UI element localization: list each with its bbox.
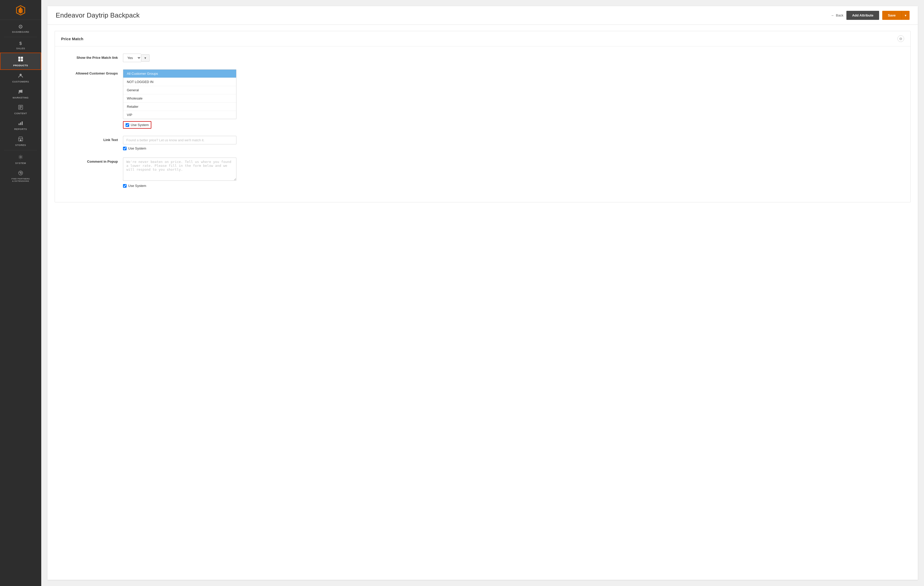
back-button[interactable]: ← Back [831, 13, 843, 17]
reports-icon [18, 121, 23, 126]
products-icon [18, 56, 23, 63]
back-label: Back [836, 13, 843, 17]
content-area: Price Match ⊖ Show the Price Match link … [48, 25, 918, 580]
dropdown-arrow-icon: ▼ [144, 56, 147, 59]
price-match-card: Price Match ⊖ Show the Price Match link … [54, 31, 911, 202]
show-price-match-label: Show the Price Match link [61, 54, 118, 59]
use-system-link-text-label[interactable]: Use System [128, 147, 146, 150]
customer-groups-listbox-scroll[interactable]: All Customer Groups NOT LOGGED IN Genera… [123, 69, 236, 119]
sidebar-item-dashboard-label: DASHBOARD [12, 30, 29, 33]
allowed-customer-groups-row: Allowed Customer Groups All Customer Gro… [61, 69, 904, 129]
page-title: Endeavor Daytrip Backpack [56, 12, 140, 19]
yes-no-select-group: Yes No ▼ [123, 54, 236, 62]
svg-rect-13 [19, 107, 22, 107]
use-system-comment-checkbox[interactable] [123, 184, 127, 188]
svg-rect-16 [20, 122, 21, 125]
svg-rect-15 [18, 124, 20, 125]
find-partners-icon [18, 170, 23, 177]
link-text-input[interactable] [123, 136, 236, 144]
sidebar-item-system-label: SYSTEM [15, 162, 26, 165]
dashboard-icon: ⊙ [18, 24, 23, 29]
show-price-match-select[interactable]: Yes No [123, 54, 141, 62]
svg-point-8 [20, 74, 21, 76]
page-wrapper: Endeavor Daytrip Backpack ← Back Add Att… [48, 6, 918, 580]
collapse-icon: ⊖ [899, 36, 903, 41]
use-system-customer-groups-checkbox[interactable] [125, 123, 129, 127]
svg-rect-10 [18, 92, 19, 94]
magento-logo-icon [15, 5, 26, 16]
add-attribute-button[interactable]: Add Attribute [846, 11, 879, 20]
svg-rect-6 [18, 59, 20, 61]
svg-rect-4 [18, 57, 20, 59]
sidebar-item-customers-label: CUSTOMERS [12, 80, 29, 83]
page-header: Endeavor Daytrip Backpack ← Back Add Att… [48, 6, 918, 25]
save-button[interactable]: Save [882, 11, 901, 20]
svg-rect-7 [21, 59, 23, 61]
use-system-comment-label[interactable]: Use System [128, 184, 146, 188]
comment-in-popup-label: Comment in Popup [61, 157, 118, 163]
link-text-row: Link Text Use System [61, 136, 904, 150]
link-text-label: Link Text [61, 136, 118, 142]
system-icon [18, 154, 23, 160]
sidebar-item-stores-label: STORES [15, 144, 26, 147]
sidebar-item-find-partners[interactable]: FIND PARTNERS& EXTENSIONS [0, 167, 41, 185]
show-price-match-control: Yes No ▼ [123, 54, 236, 62]
back-arrow-icon: ← [831, 13, 834, 17]
sidebar-divider-1 [4, 37, 37, 37]
svg-rect-19 [20, 139, 21, 141]
sidebar-item-products[interactable]: PRODUCTS [0, 53, 41, 70]
sidebar-item-customers[interactable]: CUSTOMERS [0, 70, 41, 86]
sidebar-item-content[interactable]: CONTENT [0, 102, 41, 117]
listbox-item-general[interactable]: General [123, 86, 236, 94]
use-system-customer-groups-bordered: Use System [123, 121, 151, 129]
allowed-customer-groups-control: All Customer Groups NOT LOGGED IN Genera… [123, 69, 236, 129]
svg-rect-14 [19, 108, 21, 109]
header-actions: ← Back Add Attribute Save ▼ [831, 11, 909, 20]
comment-in-popup-control: Use System [123, 157, 236, 188]
use-system-customer-groups-label[interactable]: Use System [131, 123, 149, 127]
sidebar-item-content-label: CONTENT [14, 112, 27, 115]
save-dropdown-button[interactable]: ▼ [901, 11, 909, 20]
listbox-item-vip[interactable]: VIP [123, 111, 236, 119]
chevron-down-icon: ▼ [904, 14, 907, 17]
svg-marker-9 [19, 90, 22, 93]
sidebar-divider-2 [4, 150, 37, 150]
sidebar-item-stores[interactable]: STORES [0, 133, 41, 149]
sales-icon: $ [19, 41, 22, 46]
section-title: Price Match [61, 36, 83, 41]
use-system-comment: Use System [123, 184, 236, 188]
sidebar-item-sales[interactable]: $ SALES [0, 38, 41, 52]
sidebar-item-marketing[interactable]: MARKETING [0, 86, 41, 102]
marketing-icon [18, 89, 23, 95]
listbox-item-not-logged-in[interactable]: NOT LOGGED IN [123, 78, 236, 86]
save-btn-group: Save ▼ [882, 11, 909, 20]
logo-container [0, 0, 41, 20]
listbox-item-retailer[interactable]: Retailer [123, 102, 236, 111]
sidebar-item-find-partners-label: FIND PARTNERS& EXTENSIONS [12, 178, 30, 183]
select-arrow-button[interactable]: ▼ [141, 54, 150, 62]
sidebar-item-reports-label: REPORTS [14, 128, 27, 130]
listbox-item-wholesale[interactable]: Wholesale [123, 94, 236, 102]
main-content: Endeavor Daytrip Backpack ← Back Add Att… [41, 0, 924, 586]
content-icon [18, 105, 23, 111]
customers-icon [18, 73, 23, 79]
comment-in-popup-row: Comment in Popup Use System [61, 157, 904, 188]
customer-groups-listbox: All Customer Groups NOT LOGGED IN Genera… [123, 69, 236, 119]
allowed-customer-groups-label: Allowed Customer Groups [61, 69, 118, 75]
link-text-control: Use System [123, 136, 236, 150]
card-header: Price Match ⊖ [55, 31, 910, 46]
sidebar-item-system[interactable]: SYSTEM [0, 151, 41, 167]
svg-point-20 [20, 156, 21, 158]
use-system-link-text-checkbox[interactable] [123, 147, 127, 150]
card-body: Show the Price Match link Yes No ▼ [55, 46, 910, 202]
sidebar-item-dashboard[interactable]: ⊙ DASHBOARD [0, 21, 41, 36]
collapse-button[interactable]: ⊖ [898, 35, 904, 42]
sidebar-item-sales-label: SALES [16, 47, 25, 50]
sidebar-item-reports[interactable]: REPORTS [0, 117, 41, 133]
svg-rect-5 [21, 57, 23, 59]
sidebar: ⊙ DASHBOARD $ SALES PRODUCTS CUSTOMERS [0, 0, 41, 586]
sidebar-item-products-label: PRODUCTS [13, 64, 28, 67]
svg-point-22 [20, 172, 21, 173]
comment-in-popup-textarea[interactable] [123, 157, 236, 181]
listbox-item-all[interactable]: All Customer Groups [123, 69, 236, 78]
